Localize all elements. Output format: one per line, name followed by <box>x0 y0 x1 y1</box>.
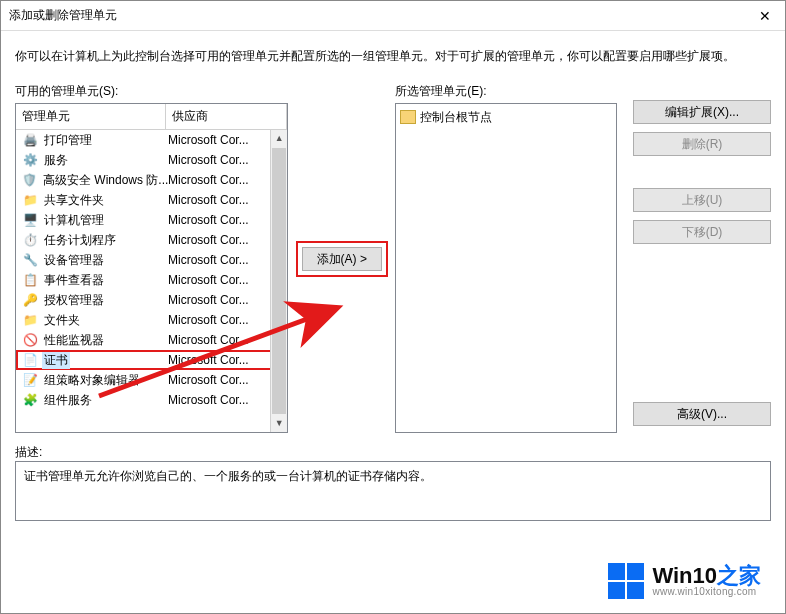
list-item-vendor: Microsoft Cor... <box>168 173 285 187</box>
list-item[interactable]: 📁文件夹Microsoft Cor... <box>16 310 287 330</box>
col-vendor[interactable]: 供应商 <box>166 104 287 129</box>
list-item-name: 计算机管理 <box>42 212 106 229</box>
list-item-name: 打印管理 <box>42 132 94 149</box>
scrollbar[interactable]: ▲ ▼ <box>270 130 287 432</box>
list-item-vendor: Microsoft Cor... <box>168 373 285 387</box>
list-item-vendor: Microsoft Cor... <box>168 213 285 227</box>
list-item-vendor: Microsoft Cor... <box>168 153 285 167</box>
available-listview[interactable]: 管理单元 供应商 ▲ ▼ 🖨️打印管理Microsoft Cor...⚙️服务M… <box>15 103 288 433</box>
watermark: Win10之家 www.win10xitong.com <box>608 563 761 599</box>
tree-root[interactable]: 控制台根节点 <box>400 108 612 126</box>
description-box: 证书管理单元允许你浏览自己的、一个服务的或一台计算机的证书存储内容。 <box>15 461 771 521</box>
list-item-name: 设备管理器 <box>42 252 106 269</box>
titlebar: 添加或删除管理单元 ✕ <box>1 1 785 31</box>
watermark-brand-pre: Win10 <box>652 563 717 588</box>
watermark-brand-post: 之家 <box>717 563 761 588</box>
list-item-name: 事件查看器 <box>42 272 106 289</box>
list-item[interactable]: 🛡️高级安全 Windows 防...Microsoft Cor... <box>16 170 287 190</box>
list-item-name: 服务 <box>42 152 70 169</box>
list-item[interactable]: 🔑授权管理器Microsoft Cor... <box>16 290 287 310</box>
list-item-vendor: Microsoft Cor... <box>168 253 285 267</box>
list-item[interactable]: 📄证书Microsoft Cor... <box>16 350 287 370</box>
advanced-button[interactable]: 高级(V)... <box>633 402 771 426</box>
list-item-name: 组件服务 <box>42 392 94 409</box>
list-item-name: 共享文件夹 <box>42 192 106 209</box>
watermark-logo-icon <box>608 563 644 599</box>
list-item-vendor: Microsoft Cor... <box>168 193 285 207</box>
folder-icon: 📁 <box>22 192 38 208</box>
list-item[interactable]: ⚙️服务Microsoft Cor... <box>16 150 287 170</box>
list-item[interactable]: 🖨️打印管理Microsoft Cor... <box>16 130 287 150</box>
folder-icon: 📁 <box>22 312 38 328</box>
add-button[interactable]: 添加(A) > <box>302 247 382 271</box>
event-icon: 📋 <box>22 272 38 288</box>
printer-icon: 🖨️ <box>22 132 38 148</box>
watermark-url: www.win10xitong.com <box>652 587 761 598</box>
list-item-vendor: Microsoft Cor... <box>168 393 285 407</box>
auth-icon: 🔑 <box>22 292 38 308</box>
move-up-button[interactable]: 上移(U) <box>633 188 771 212</box>
description-label: 描述: <box>15 444 771 461</box>
list-item-vendor: Microsoft Cor... <box>168 273 285 287</box>
perf-icon: 🚫 <box>22 332 38 348</box>
remove-button[interactable]: 删除(R) <box>633 132 771 156</box>
list-item[interactable]: ⏱️任务计划程序Microsoft Cor... <box>16 230 287 250</box>
description-text: 证书管理单元允许你浏览自己的、一个服务的或一台计算机的证书存储内容。 <box>24 469 432 483</box>
shield-icon: 🛡️ <box>22 172 37 188</box>
device-icon: 🔧 <box>22 252 38 268</box>
close-button[interactable]: ✕ <box>745 1 785 30</box>
list-item[interactable]: 📁共享文件夹Microsoft Cor... <box>16 190 287 210</box>
clock-icon: ⏱️ <box>22 232 38 248</box>
list-item-vendor: Microsoft Cor... <box>168 233 285 247</box>
window-title: 添加或删除管理单元 <box>9 7 745 24</box>
add-button-label: 添加(A) > <box>317 252 367 266</box>
list-item-name: 性能监视器 <box>42 332 106 349</box>
list-item[interactable]: 🚫性能监视器Microsoft Cor... <box>16 330 287 350</box>
list-item-vendor: Microsoft Cor... <box>168 293 285 307</box>
lv-header: 管理单元 供应商 <box>16 104 287 130</box>
selected-treeview[interactable]: 控制台根节点 <box>395 103 617 433</box>
edit-extensions-button[interactable]: 编辑扩展(X)... <box>633 100 771 124</box>
list-item-name: 高级安全 Windows 防... <box>41 172 168 189</box>
close-icon: ✕ <box>759 8 771 24</box>
folder-icon <box>400 110 416 124</box>
list-item[interactable]: 📋事件查看器Microsoft Cor... <box>16 270 287 290</box>
list-item[interactable]: 🖥️计算机管理Microsoft Cor... <box>16 210 287 230</box>
list-item[interactable]: 🔧设备管理器Microsoft Cor... <box>16 250 287 270</box>
available-label: 可用的管理单元(S): <box>15 83 288 100</box>
tree-root-label: 控制台根节点 <box>420 109 492 126</box>
instruction-text: 你可以在计算机上为此控制台选择可用的管理单元并配置所选的一组管理单元。对于可扩展… <box>15 47 771 65</box>
list-item-vendor: Microsoft Cor... <box>168 353 285 367</box>
move-down-button[interactable]: 下移(D) <box>633 220 771 244</box>
selected-label: 所选管理单元(E): <box>395 83 617 100</box>
pc-icon: 🖥️ <box>22 212 38 228</box>
gpedit-icon: 📝 <box>22 372 38 388</box>
list-item[interactable]: 📝组策略对象编辑器Microsoft Cor... <box>16 370 287 390</box>
cert-icon: 📄 <box>22 352 38 368</box>
list-item[interactable]: 🧩组件服务Microsoft Cor... <box>16 390 287 410</box>
list-item-vendor: Microsoft Cor... <box>168 313 285 327</box>
list-item-name: 文件夹 <box>42 312 82 329</box>
list-item-vendor: Microsoft Cor... <box>168 133 285 147</box>
col-name[interactable]: 管理单元 <box>16 104 166 129</box>
list-item-name: 授权管理器 <box>42 292 106 309</box>
list-item-name: 组策略对象编辑器 <box>42 372 142 389</box>
scroll-down-icon[interactable]: ▼ <box>271 415 287 432</box>
list-item-name: 证书 <box>42 352 70 369</box>
gear-icon: ⚙️ <box>22 152 38 168</box>
list-item-vendor: Microsoft Cor... <box>168 333 285 347</box>
scroll-up-icon[interactable]: ▲ <box>271 130 287 147</box>
list-item-name: 任务计划程序 <box>42 232 118 249</box>
comp-icon: 🧩 <box>22 392 38 408</box>
scroll-thumb[interactable] <box>272 148 286 414</box>
